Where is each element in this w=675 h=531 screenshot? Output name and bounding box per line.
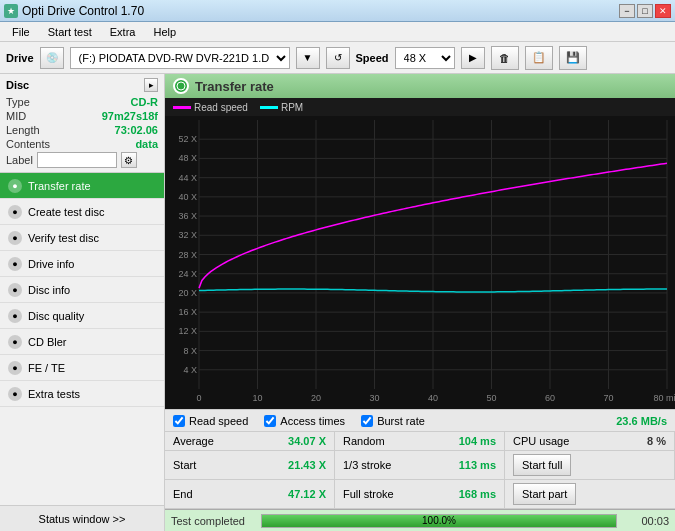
disc-arrow-btn[interactable]: ▸ <box>144 78 158 92</box>
sidebar-item-label-create-test-disc: Create test disc <box>28 206 104 218</box>
minimize-button[interactable]: − <box>619 4 635 18</box>
sidebar-item-verify-test-disc[interactable]: ● Verify test disc <box>0 225 164 251</box>
stats-grid: Average 34.07 X Random 104 ms CPU usage … <box>165 431 675 509</box>
check-read-speed[interactable]: Read speed <box>173 415 248 427</box>
disc-length-value: 73:02.06 <box>115 124 158 136</box>
drive-down-btn[interactable]: ▼ <box>296 47 320 69</box>
stat-full-stroke: Full stroke 168 ms <box>335 480 505 509</box>
check-bar: Read speed Access times Burst rate 23.6 … <box>165 409 675 431</box>
speed-label: Speed <box>356 52 389 64</box>
sidebar-item-transfer-rate[interactable]: ● Transfer rate <box>0 173 164 199</box>
stat-full-stroke-label: Full stroke <box>343 488 394 500</box>
cd-bler-icon: ● <box>8 335 22 349</box>
close-button[interactable]: ✕ <box>655 4 671 18</box>
sidebar-item-label-extra-tests: Extra tests <box>28 388 80 400</box>
legend-read-speed-color <box>173 106 191 109</box>
disc-label-input[interactable] <box>37 152 117 168</box>
sidebar-item-label-verify-test-disc: Verify test disc <box>28 232 99 244</box>
check-burst-rate-input[interactable] <box>361 415 373 427</box>
menu-extra[interactable]: Extra <box>102 24 144 40</box>
check-access-times-label: Access times <box>280 415 345 427</box>
status-text: Test completed <box>171 515 245 527</box>
save-btn[interactable]: 💾 <box>559 46 587 70</box>
sidebar-item-disc-info[interactable]: ● Disc info <box>0 277 164 303</box>
stat-random: Random 104 ms <box>335 432 505 451</box>
sidebar-item-fe-te[interactable]: ● FE / TE <box>0 355 164 381</box>
legend-rpm: RPM <box>260 102 303 113</box>
speed-select[interactable]: 48 X <box>395 47 455 69</box>
drive-bar: Drive 💿 (F:) PIODATA DVD-RW DVR-221D 1.D… <box>0 42 675 74</box>
speed-go-btn[interactable]: ▶ <box>461 47 485 69</box>
title-bar: ★ Opti Drive Control 1.70 − □ ✕ <box>0 0 675 22</box>
transfer-rate-icon: ● <box>8 179 22 193</box>
check-access-times-input[interactable] <box>264 415 276 427</box>
drive-refresh-btn[interactable]: ↺ <box>326 47 350 69</box>
check-burst-rate[interactable]: Burst rate <box>361 415 425 427</box>
start-full-button[interactable]: Start full <box>513 454 571 476</box>
stat-full-stroke-value: 168 ms <box>459 488 496 500</box>
stat-average-label: Average <box>173 435 214 447</box>
stat-start: Start 21.43 X <box>165 451 335 480</box>
sidebar-item-disc-quality[interactable]: ● Disc quality <box>0 303 164 329</box>
sidebar-item-drive-info[interactable]: ● Drive info <box>0 251 164 277</box>
check-burst-rate-label: Burst rate <box>377 415 425 427</box>
stat-one-third-stroke: 1/3 stroke 113 ms <box>335 451 505 480</box>
menu-start-test[interactable]: Start test <box>40 24 100 40</box>
stat-start-part-cell: Start part <box>505 480 675 509</box>
stat-one-third-label: 1/3 stroke <box>343 459 391 471</box>
menu-bar: File Start test Extra Help <box>0 22 675 42</box>
sidebar-item-label-drive-info: Drive info <box>28 258 74 270</box>
drive-label: Drive <box>6 52 34 64</box>
check-read-speed-input[interactable] <box>173 415 185 427</box>
disc-contents-row: Contents data <box>6 138 158 150</box>
fe-te-icon: ● <box>8 361 22 375</box>
status-window-button[interactable]: Status window >> <box>0 505 164 531</box>
eraser-btn[interactable]: 🗑 <box>491 46 519 70</box>
main-content: Disc ▸ Type CD-R MID 97m27s18f Length 73… <box>0 74 675 531</box>
disc-info-icon: ● <box>8 283 22 297</box>
check-read-speed-label: Read speed <box>189 415 248 427</box>
legend-rpm-color <box>260 106 278 109</box>
status-bar: Test completed 100.0% 00:03 <box>165 509 675 531</box>
stat-start-label: Start <box>173 459 196 471</box>
drive-select[interactable]: (F:) PIODATA DVD-RW DVR-221D 1.D9 <box>70 47 290 69</box>
sidebar-item-extra-tests[interactable]: ● Extra tests <box>0 381 164 407</box>
svg-point-0 <box>177 82 185 90</box>
chart-header: Transfer rate <box>165 74 675 98</box>
elapsed-time: 00:03 <box>633 515 669 527</box>
sidebar-item-label-disc-quality: Disc quality <box>28 310 84 322</box>
chart-canvas <box>165 116 675 409</box>
stat-end: End 47.12 X <box>165 480 335 509</box>
sidebar-item-create-test-disc[interactable]: ● Create test disc <box>0 199 164 225</box>
disc-section: Disc ▸ Type CD-R MID 97m27s18f Length 73… <box>0 74 164 173</box>
disc-mid-row: MID 97m27s18f <box>6 110 158 122</box>
menu-file[interactable]: File <box>4 24 38 40</box>
stat-cpu-label: CPU usage <box>513 435 569 447</box>
chart-title: Transfer rate <box>195 79 274 94</box>
chart-drawing <box>165 116 675 409</box>
legend-read-speed: Read speed <box>173 102 248 113</box>
stat-average: Average 34.07 X <box>165 432 335 451</box>
burst-rate-value: 23.6 MB/s <box>616 415 667 427</box>
disc-contents-label: Contents <box>6 138 50 150</box>
sidebar-item-cd-bler[interactable]: ● CD Bler <box>0 329 164 355</box>
start-part-button[interactable]: Start part <box>513 483 576 505</box>
stat-one-third-value: 113 ms <box>459 459 496 471</box>
chart-area: Transfer rate Read speed RPM Read speed <box>165 74 675 531</box>
verify-test-disc-icon: ● <box>8 231 22 245</box>
sidebar-item-label-fe-te: FE / TE <box>28 362 65 374</box>
stat-random-value: 104 ms <box>459 435 496 447</box>
menu-help[interactable]: Help <box>145 24 184 40</box>
create-test-disc-icon: ● <box>8 205 22 219</box>
legend-read-speed-label: Read speed <box>194 102 248 113</box>
copy-btn[interactable]: 📋 <box>525 46 553 70</box>
stat-end-label: End <box>173 488 193 500</box>
drive-icon-btn[interactable]: 💿 <box>40 47 64 69</box>
disc-mid-label: MID <box>6 110 26 122</box>
nav-items: ● Transfer rate ● Create test disc ● Ver… <box>0 173 164 505</box>
maximize-button[interactable]: □ <box>637 4 653 18</box>
title-buttons: − □ ✕ <box>619 4 671 18</box>
check-access-times[interactable]: Access times <box>264 415 345 427</box>
disc-label-gear-btn[interactable]: ⚙ <box>121 152 137 168</box>
disc-length-label: Length <box>6 124 40 136</box>
